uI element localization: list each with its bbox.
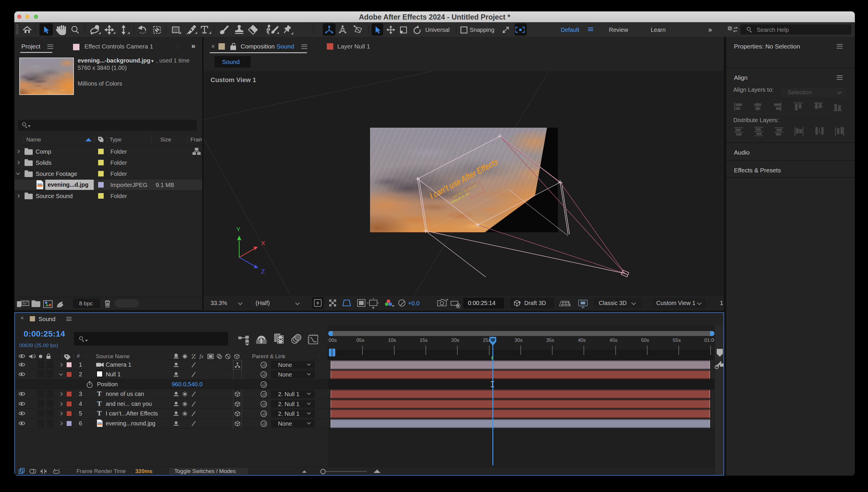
svg-text:X: X — [261, 240, 265, 246]
svg-text:Z: Z — [261, 268, 265, 275]
svg-text:Y: Y — [236, 226, 240, 232]
